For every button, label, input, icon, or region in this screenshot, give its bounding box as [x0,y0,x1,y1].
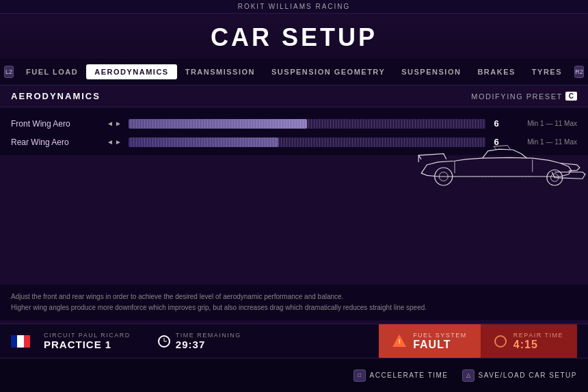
right-badge: R2 [574,66,584,78]
section-header: AERODYNAMICS MODIFYING PRESET C [0,86,588,107]
description-area: Adjust the front and rear wings in order… [0,285,588,320]
fault-warning-icon [392,335,406,348]
rear-wing-fill [129,138,278,147]
front-wing-value: 6 [491,118,502,129]
fault-block: FUEL SYSTEM FAULT [379,324,481,358]
repair-clock-icon [494,335,507,348]
time-block: TIME REMAINING 29:37 [176,332,241,350]
tab-suspension-geometry[interactable]: SUSPENSION GEOMETRY [263,64,393,79]
front-wing-fill [129,119,307,129]
circuit-name-block: CIRCUIT PAUL RICARD PRACTICE 1 [44,332,131,350]
save-load-badge: △ [462,369,475,382]
description-line2: Higher wing angles produce more downforc… [11,302,577,313]
circuit-name-big: PRACTICE 1 [44,339,131,350]
description-line1: Adjust the front and rear wings in order… [11,291,577,302]
front-wing-range: Min 1 — 11 Max [509,120,577,127]
section-title: AERODYNAMICS [11,91,101,101]
repair-label: REPAIR TIME [513,332,563,339]
save-load-label: SAVE/LOAD CAR SETUP [479,371,577,379]
front-wing-hatching [129,119,485,129]
tab-fuel-load[interactable]: FUEL LOAD [18,64,86,79]
fault-section: FUEL SYSTEM FAULT REPAIR TIME 4:15 [379,324,577,358]
clock-icon [158,335,170,348]
flag-container [11,335,30,348]
preset-value: C [565,92,577,101]
french-flag [11,335,30,348]
flag-red [24,335,30,348]
flag-white [17,335,24,348]
tab-brakes[interactable]: BRAKES [469,64,523,79]
time-section: TIME REMAINING 29:37 [158,332,241,350]
page-title: CAR SETUP [0,23,588,52]
slider-row-front-wing: Front Wing Aero ◄ ► 6 Min 1 — 11 Max [0,114,588,133]
time-value: 29:37 [176,339,241,350]
accelerate-badge: □ [353,369,366,382]
front-wing-track-container: 6 [129,118,502,129]
time-label: TIME REMAINING [176,332,241,339]
preset-info: MODIFYING PRESET C [471,92,577,101]
tab-aerodynamics[interactable]: AERODYNAMICS [86,64,176,79]
front-wing-track[interactable] [129,119,485,129]
team-name: ROKIT WILLIAMS RACING [238,3,351,10]
front-wing-left-arrow[interactable]: ◄ [107,120,113,127]
rear-wing-left-arrow[interactable]: ◄ [107,138,113,146]
repair-text-block: REPAIR TIME 4:15 [513,332,563,351]
circuit-info: CIRCUIT PAUL RICARD PRACTICE 1 TIME REMA… [0,324,588,358]
actions-bar: □ ACCELERATE TIME △ SAVE/LOAD CAR SETUP [0,358,588,392]
car-image [410,133,588,205]
fault-text-block: FUEL SYSTEM FAULT [413,332,467,351]
tab-suspension[interactable]: SUSPENSION [393,64,469,79]
rear-wing-label: Rear Wing Aero [11,138,100,147]
accelerate-time-action[interactable]: □ ACCELERATE TIME [353,369,449,382]
preset-label: MODIFYING PRESET [471,92,562,101]
top-bar: ROKIT WILLIAMS RACING [0,0,588,14]
left-badge: L2 [4,66,14,78]
front-wing-right-arrow[interactable]: ► [115,120,122,127]
front-wing-arrows[interactable]: ◄ ► [107,120,122,127]
rear-wing-arrows[interactable]: ◄ ► [107,138,122,146]
nav-tabs: L2 FUEL LOAD AERODYNAMICS TRANSMISSION S… [0,59,588,86]
flag-blue [11,335,17,348]
fault-value: FAULT [413,339,467,351]
save-load-badge-icon: △ [466,372,470,378]
repair-block: REPAIR TIME 4:15 [481,324,577,358]
status-bar: CIRCUIT PAUL RICARD PRACTICE 1 TIME REMA… [0,324,588,392]
tab-tyres[interactable]: TYRES [524,64,570,79]
fault-label: FUEL SYSTEM [413,332,467,339]
save-load-action[interactable]: △ SAVE/LOAD CAR SETUP [462,369,577,382]
tab-transmission[interactable]: TRANSMISSION [177,64,263,79]
accelerate-badge-icon: □ [358,372,361,378]
circuit-name-small: CIRCUIT PAUL RICARD [44,332,131,339]
repair-value: 4:15 [513,339,563,351]
front-wing-label: Front Wing Aero [11,119,100,129]
rear-wing-right-arrow[interactable]: ► [115,138,122,146]
accelerate-label: ACCELERATE TIME [370,371,449,379]
title-section: CAR SETUP [0,14,588,59]
